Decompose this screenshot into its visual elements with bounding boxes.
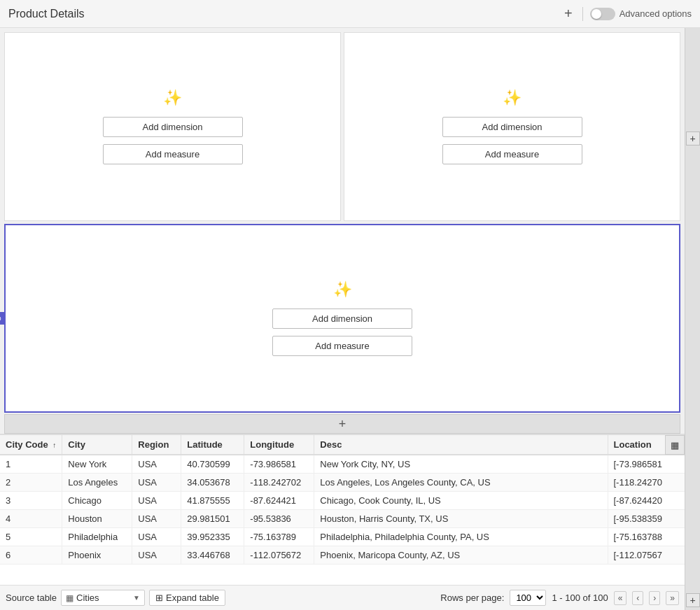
top-left-add-dimension-button[interactable]: Add dimension: [103, 117, 243, 137]
cell-location: [-112.07567: [608, 546, 685, 565]
rows-per-page-select[interactable]: 100 50 200: [510, 590, 546, 606]
cell-city_code: 2: [0, 474, 62, 492]
bottom-wand-icon: ✨: [333, 281, 352, 299]
col-label-region: Region: [138, 439, 169, 450]
grid-view-button[interactable]: ▦: [665, 435, 685, 455]
table-row: 6PhoenixUSA33.446768-112.075672Phoenix, …: [0, 546, 685, 565]
top-left-panel: ✨ Add dimension Add measure: [4, 32, 341, 221]
bottom-panel-wrap: ⊕ ✨ Add dimension Add measure: [4, 224, 680, 413]
col-label-desc: Desc: [320, 439, 342, 450]
header: Product Details + Advanced options: [0, 0, 700, 28]
add-row-section[interactable]: +: [4, 414, 680, 434]
cell-location: [-75.163788: [608, 528, 685, 546]
cell-longitude: -87.624421: [244, 492, 314, 510]
col-header-city-code[interactable]: City Code ↑: [0, 435, 62, 455]
cell-desc: Phoenix, Maricopa County, AZ, US: [314, 546, 608, 565]
table-container: ▦ City Code ↑ City: [0, 434, 685, 610]
table-row: 3ChicagoUSA41.875555-87.624421Chicago, C…: [0, 492, 685, 510]
col-header-region[interactable]: Region: [132, 435, 181, 455]
footer-left: Source table ▦ Cities ▼ ⊞ Expand table: [6, 590, 225, 606]
grid-icon: ▦: [671, 440, 679, 451]
table-dropdown-arrow: ▼: [133, 594, 140, 602]
advanced-options-label: Advanced options: [620, 8, 692, 19]
cell-region: USA: [132, 492, 181, 510]
top-right-add-dimension-button[interactable]: Add dimension: [442, 117, 582, 137]
cell-region: USA: [132, 510, 181, 528]
cell-location: [-73.986581: [608, 455, 685, 474]
data-table: City Code ↑ City Region La: [0, 435, 685, 565]
content-area: ✨ Add dimension Add measure ✨ Add dimens…: [0, 28, 700, 610]
cell-desc: New York City, NY, US: [314, 455, 608, 474]
col-label-longitude: Longitude: [250, 439, 294, 450]
move-handle[interactable]: ⊕: [0, 312, 4, 325]
cell-latitude: 34.053678: [181, 474, 244, 492]
cell-city: Philadelphia: [62, 528, 132, 546]
bottom-add-dimension-button[interactable]: Add dimension: [272, 308, 412, 329]
cell-longitude: -75.163789: [244, 528, 314, 546]
cell-longitude: -95.53836: [244, 510, 314, 528]
cell-city: Houston: [62, 510, 132, 528]
cell-city_code: 1: [0, 455, 62, 474]
nav-next-button[interactable]: ›: [649, 591, 660, 605]
cell-longitude: -118.242702: [244, 474, 314, 492]
nav-first-button[interactable]: «: [614, 591, 627, 605]
cell-region: USA: [132, 546, 181, 565]
page-title: Product Details: [8, 8, 85, 20]
main-content: ✨ Add dimension Add measure ✨ Add dimens…: [0, 28, 685, 610]
table-row: 2Los AngelesUSA34.053678-118.242702Los A…: [0, 474, 685, 492]
add-row-icon: +: [339, 417, 346, 432]
cell-city_code: 5: [0, 528, 62, 546]
cell-desc: Los Angeles, Los Angeles County, CA, US: [314, 474, 608, 492]
col-header-latitude[interactable]: Latitude: [181, 435, 244, 455]
cell-desc: Houston, Harris County, TX, US: [314, 510, 608, 528]
cell-latitude: 33.446768: [181, 546, 244, 565]
cell-location: [-87.624420: [608, 492, 685, 510]
page-info: 1 - 100 of 100: [552, 593, 608, 603]
table-row: 4HoustonUSA29.981501-95.53836Houston, Ha…: [0, 510, 685, 528]
cell-desc: Philadelphia, Philadelphia County, PA, U…: [314, 528, 608, 546]
col-header-city[interactable]: City: [62, 435, 132, 455]
top-left-add-measure-button[interactable]: Add measure: [103, 144, 243, 164]
table-body: 1New YorkUSA40.730599-73.986581New York …: [0, 455, 685, 565]
right-add-button-top[interactable]: +: [686, 132, 700, 146]
bottom-add-measure-button[interactable]: Add measure: [272, 336, 412, 356]
cell-city: Los Angeles: [62, 474, 132, 492]
col-label-city: City: [68, 439, 85, 450]
cell-city_code: 6: [0, 546, 62, 565]
table-row: 5PhiladelphiaUSA39.952335-75.163789Phila…: [0, 528, 685, 546]
right-add-button-bottom[interactable]: +: [686, 593, 700, 607]
table-select-icon: ▦: [66, 593, 74, 603]
expand-label: Expand table: [166, 593, 219, 603]
expand-table-button[interactable]: ⊞ Expand table: [149, 590, 225, 606]
cell-city: Chicago: [62, 492, 132, 510]
nav-prev-button[interactable]: ‹: [632, 591, 643, 605]
footer-right: Rows per page: 100 50 200 1 - 100 of 100…: [440, 590, 679, 606]
table-select[interactable]: ▦ Cities ▼: [61, 590, 145, 606]
right-action-column: + +: [685, 28, 700, 610]
table-scroll[interactable]: City Code ↑ City Region La: [0, 435, 685, 585]
cell-latitude: 41.875555: [181, 492, 244, 510]
advanced-toggle-wrap: Advanced options: [590, 8, 692, 20]
table-name: Cities: [76, 593, 99, 603]
col-header-longitude[interactable]: Longitude: [244, 435, 314, 455]
cell-region: USA: [132, 474, 181, 492]
col-label-city-code: City Code: [6, 439, 48, 450]
table-footer: Source table ▦ Cities ▼ ⊞ Expand table R…: [0, 585, 685, 610]
cell-region: USA: [132, 528, 181, 546]
advanced-toggle[interactable]: [590, 8, 615, 20]
top-left-wand-icon: ✨: [163, 89, 182, 107]
nav-last-button[interactable]: »: [666, 591, 679, 605]
table-header-row: City Code ↑ City Region La: [0, 435, 685, 455]
top-right-panel: ✨ Add dimension Add measure: [344, 32, 680, 221]
source-table-label: Source table: [6, 593, 57, 603]
top-right-add-measure-button[interactable]: Add measure: [442, 144, 582, 164]
cell-city: New York: [62, 455, 132, 474]
header-divider: [582, 7, 583, 21]
rows-per-page-label: Rows per page:: [440, 593, 504, 603]
col-header-desc[interactable]: Desc: [314, 435, 608, 455]
add-panel-button[interactable]: +: [561, 6, 575, 22]
cell-desc: Chicago, Cook County, IL, US: [314, 492, 608, 510]
cell-longitude: -73.986581: [244, 455, 314, 474]
cell-city: Phoenix: [62, 546, 132, 565]
expand-icon: ⊞: [155, 593, 163, 603]
